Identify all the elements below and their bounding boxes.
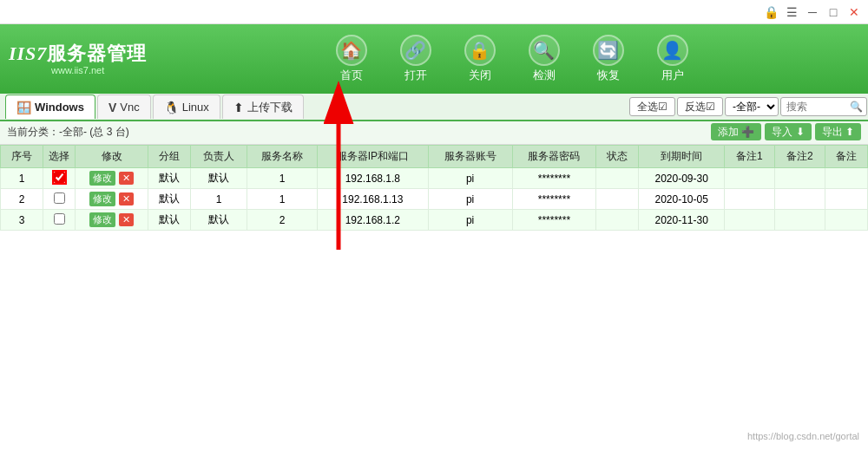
tabbar: 🪟 Windows V Vnc 🐧 Linux ⬆ 上传下载 全选☑ 反选☑ -…	[0, 94, 868, 121]
export-button[interactable]: 导出 ⬆	[815, 123, 861, 140]
cell-status	[596, 189, 639, 210]
cell-name: 2	[247, 210, 318, 231]
modify-button-3[interactable]: 修改	[89, 212, 115, 227]
cell-owner: 默认	[191, 210, 247, 231]
menu-icon: ☰	[785, 5, 799, 19]
category-row: 当前分类：-全部- (总 3 台) 添加 ➕ 导入 ⬇ 导出 ⬆	[0, 121, 868, 145]
cell-status	[596, 168, 639, 189]
tab-linux[interactable]: 🐧 Linux	[153, 95, 220, 119]
cell-name: 1	[247, 189, 318, 210]
cell-ip: 192.168.1.2	[317, 210, 428, 231]
cell-note3	[825, 168, 867, 189]
delete-button-3[interactable]: ✕	[119, 213, 134, 226]
cell-modify[interactable]: 修改 ✕	[76, 168, 148, 189]
tab-linux-label: Linux	[182, 101, 209, 114]
nav-home-label: 首页	[340, 68, 363, 83]
table-row: 1 修改 ✕ 默认 默认 1 192.168.1.8 pi ******** 2…	[1, 168, 868, 189]
col-ip: 服务器IP和端口	[317, 146, 428, 168]
tab-windows-label: Windows	[35, 101, 84, 114]
col-status: 状态	[596, 146, 639, 168]
cell-note2	[774, 189, 825, 210]
cell-modify[interactable]: 修改 ✕	[76, 189, 148, 210]
search-icon: 🔍	[850, 101, 863, 113]
close-button[interactable]: ✕	[847, 5, 861, 19]
nav-restore[interactable]: 🔄 恢复	[581, 31, 636, 87]
select-all-button[interactable]: 全选☑	[629, 97, 675, 116]
linux-icon: 🐧	[164, 101, 179, 114]
nav-close-label: 关闭	[469, 68, 491, 83]
col-select: 选择	[43, 146, 76, 168]
cell-checkbox[interactable]	[43, 168, 76, 189]
tab-upload-label: 上传下载	[247, 100, 293, 115]
cell-password: ********	[512, 189, 596, 210]
titlebar: 🔒 ☰ ─ □ ✕	[0, 0, 868, 24]
upload-icon: ⬆	[233, 101, 244, 114]
nav-user-label: 用户	[661, 68, 684, 83]
cell-note1	[725, 168, 775, 189]
nav-close[interactable]: 🔒 关闭	[452, 31, 508, 87]
modify-button-2[interactable]: 修改	[89, 192, 115, 206]
cell-account: pi	[428, 210, 512, 231]
col-owner: 负责人	[191, 146, 247, 168]
row-checkbox-2[interactable]	[54, 192, 65, 204]
modify-button-1[interactable]: 修改	[89, 171, 115, 186]
cell-status	[596, 210, 639, 231]
minimize-button[interactable]: ─	[806, 5, 819, 19]
import-button[interactable]: 导入 ⬇	[765, 123, 811, 140]
open-icon: 🔗	[400, 35, 431, 66]
col-password: 服务器密码	[512, 146, 596, 168]
nav-detect[interactable]: 🔍 检测	[516, 31, 572, 87]
cell-password: ********	[512, 168, 596, 189]
delete-button-2[interactable]: ✕	[119, 192, 134, 205]
nav-user[interactable]: 👤 用户	[645, 31, 700, 87]
cell-account: pi	[428, 189, 512, 210]
action-buttons: 添加 ➕ 导入 ⬇ 导出 ⬆	[711, 123, 861, 140]
cell-account: pi	[428, 168, 512, 189]
tab-upload-download[interactable]: ⬆ 上传下载	[222, 95, 304, 119]
cell-note3	[825, 189, 867, 210]
cell-group: 默认	[148, 168, 191, 189]
cell-owner: 1	[191, 189, 247, 210]
cell-checkbox[interactable]	[43, 189, 76, 210]
nav-restore-label: 恢复	[597, 68, 620, 83]
table-row: 2 修改 ✕ 默认 1 1 192.168.1.13 pi ******** 2…	[1, 189, 868, 210]
current-category-text: 当前分类：-全部- (总 3 台)	[7, 125, 129, 140]
logo-title: IIS7服务器管理	[9, 42, 147, 65]
cell-ip: 192.168.1.13	[317, 189, 428, 210]
restore-icon: 🔄	[593, 35, 624, 66]
logo-area: IIS7服务器管理 www.iis7.net	[9, 42, 147, 75]
home-icon: 🏠	[336, 35, 367, 66]
windows-icon: 🪟	[16, 101, 31, 114]
table-header-row: 序号 选择 修改 分组 负责人 服务名称 服务器IP和端口 服务器账号 服务器密…	[1, 146, 868, 168]
col-note1: 备注1	[725, 146, 775, 168]
nav-items: 🏠 首页 🔗 打开 🔒 关闭 🔍 检测 🔄 恢复 👤 用户	[164, 31, 859, 87]
maximize-button[interactable]: □	[826, 5, 840, 19]
vnc-icon: V	[108, 101, 116, 114]
col-group: 分组	[148, 146, 191, 168]
delete-button-1[interactable]: ✕	[119, 172, 134, 185]
nav-home[interactable]: 🏠 首页	[324, 31, 379, 87]
cell-note3	[825, 210, 867, 231]
col-note3: 备注	[825, 146, 867, 168]
add-button[interactable]: 添加 ➕	[711, 123, 761, 140]
server-table: 序号 选择 修改 分组 负责人 服务名称 服务器IP和端口 服务器账号 服务器密…	[0, 145, 868, 231]
main-content: 🪟 Windows V Vnc 🐧 Linux ⬆ 上传下载 全选☑ 反选☑ -…	[0, 94, 868, 450]
cell-id: 1	[1, 168, 43, 189]
watermark: https://blog.csdn.net/gortal	[747, 431, 859, 441]
nav-open[interactable]: 🔗 打开	[388, 31, 444, 87]
cell-modify[interactable]: 修改 ✕	[76, 210, 148, 231]
invert-button[interactable]: 反选☑	[677, 97, 723, 116]
cell-ip: 192.168.1.8	[317, 168, 428, 189]
col-modify: 修改	[76, 146, 148, 168]
tab-windows[interactable]: 🪟 Windows	[5, 95, 95, 119]
cell-checkbox[interactable]	[43, 210, 76, 231]
col-expire: 到期时间	[639, 146, 725, 168]
cell-id: 3	[1, 210, 43, 231]
header: IIS7服务器管理 www.iis7.net 🏠 首页 🔗 打开 🔒 关闭 🔍 …	[0, 24, 868, 94]
cell-expire: 2020-11-30	[639, 210, 725, 231]
row-checkbox-1[interactable]	[54, 172, 65, 183]
tab-vnc[interactable]: V Vnc	[97, 95, 151, 119]
row-checkbox-3[interactable]	[54, 213, 65, 225]
col-note2: 备注2	[774, 146, 825, 168]
category-select[interactable]: -全部-	[725, 97, 779, 116]
